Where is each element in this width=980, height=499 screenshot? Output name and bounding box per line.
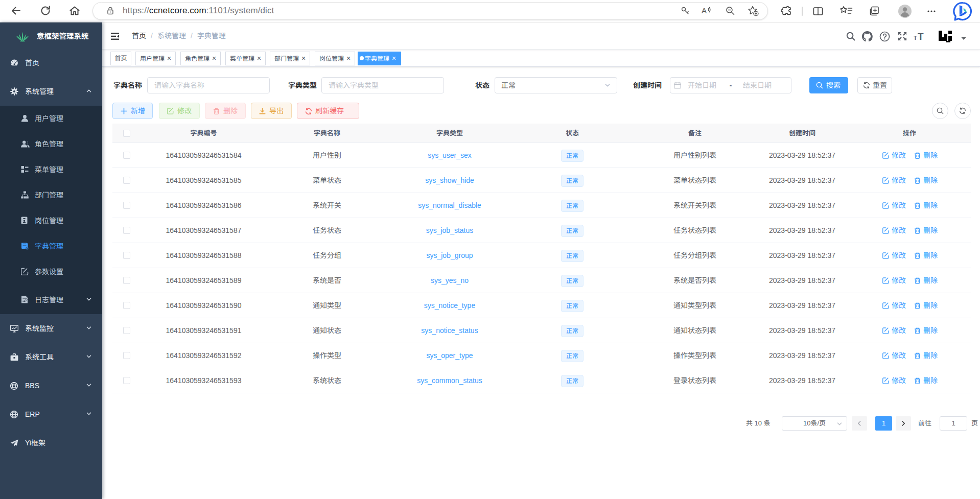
svg-text:A: A: [702, 6, 707, 15]
svg-text:T: T: [914, 35, 917, 41]
svg-text:T: T: [918, 31, 924, 41]
